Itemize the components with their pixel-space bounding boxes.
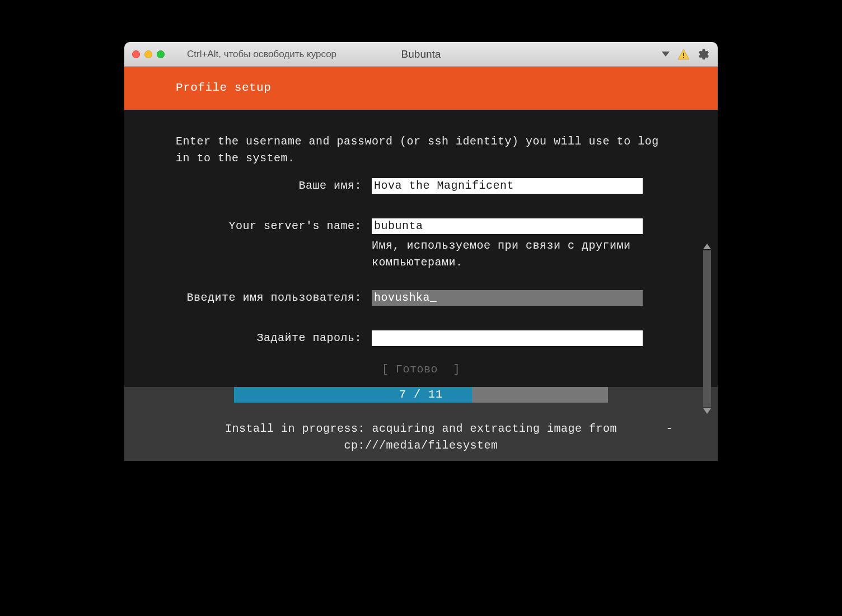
spinner-icon: - bbox=[666, 421, 673, 437]
header-title: Profile setup bbox=[176, 81, 271, 94]
progress-section: 7 / 11 bbox=[124, 387, 718, 403]
status-line: Install in progress: acquiring and extra… bbox=[124, 403, 718, 461]
username-row: Введите имя пользователя: hovushka bbox=[124, 290, 718, 306]
your-name-label: Ваше имя: bbox=[176, 178, 372, 192]
scroll-up-icon[interactable] bbox=[703, 244, 711, 249]
your-name-row: Ваше имя: Hova the Magnificent bbox=[124, 178, 718, 194]
server-name-helper: Имя, используемое при связи с другими ко… bbox=[372, 237, 718, 271]
username-label: Введите имя пользователя: bbox=[176, 290, 372, 304]
scroll-down-icon[interactable] bbox=[703, 408, 711, 414]
titlebar-controls bbox=[662, 48, 710, 60]
password-row: Задайте пароль: bbox=[124, 330, 718, 346]
server-name-input[interactable]: bubunta bbox=[372, 218, 643, 234]
status-prefix: Install in progress: bbox=[225, 422, 365, 435]
instruction-text: Enter the username and password (or ssh … bbox=[176, 133, 668, 167]
guest-screen[interactable]: Profile setup Enter the username and pas… bbox=[124, 67, 718, 461]
dropdown-icon[interactable] bbox=[662, 52, 670, 57]
capture-hint: Ctrl+Alt, чтобы освободить курсор bbox=[187, 49, 336, 60]
svg-rect-1 bbox=[683, 57, 684, 58]
vm-window: Ctrl+Alt, чтобы освободить курсор Bubunt… bbox=[124, 42, 718, 461]
server-name-label: Your server's name: bbox=[176, 218, 372, 232]
vm-title: Bubunta bbox=[401, 48, 441, 60]
minimize-icon[interactable] bbox=[144, 50, 152, 58]
warning-icon[interactable] bbox=[677, 49, 690, 60]
done-row: [ Готово ] bbox=[124, 363, 718, 376]
svg-rect-0 bbox=[683, 53, 684, 56]
progress-bar: 7 / 11 bbox=[234, 387, 608, 403]
server-name-row: Your server's name: bubunta Имя, использ… bbox=[124, 218, 718, 271]
scroll-track[interactable] bbox=[703, 250, 711, 407]
password-label: Задайте пароль: bbox=[176, 330, 372, 344]
installer-header: Profile setup bbox=[124, 67, 718, 110]
zoom-icon[interactable] bbox=[157, 50, 165, 58]
traffic-lights bbox=[132, 50, 165, 58]
username-input[interactable]: hovushka bbox=[372, 290, 643, 306]
installer-content: Enter the username and password (or ssh … bbox=[124, 110, 718, 461]
titlebar[interactable]: Ctrl+Alt, чтобы освободить курсор Bubunt… bbox=[124, 42, 718, 67]
done-button[interactable]: Готово bbox=[396, 363, 446, 376]
your-name-input[interactable]: Hova the Magnificent bbox=[372, 178, 643, 194]
status-message: acquiring and extracting image from cp:/… bbox=[344, 422, 617, 452]
progress-text: 7 / 11 bbox=[234, 387, 608, 403]
gear-icon[interactable] bbox=[698, 48, 710, 60]
password-input[interactable] bbox=[372, 330, 643, 346]
close-icon[interactable] bbox=[132, 50, 140, 58]
scrollbar[interactable] bbox=[703, 250, 711, 407]
